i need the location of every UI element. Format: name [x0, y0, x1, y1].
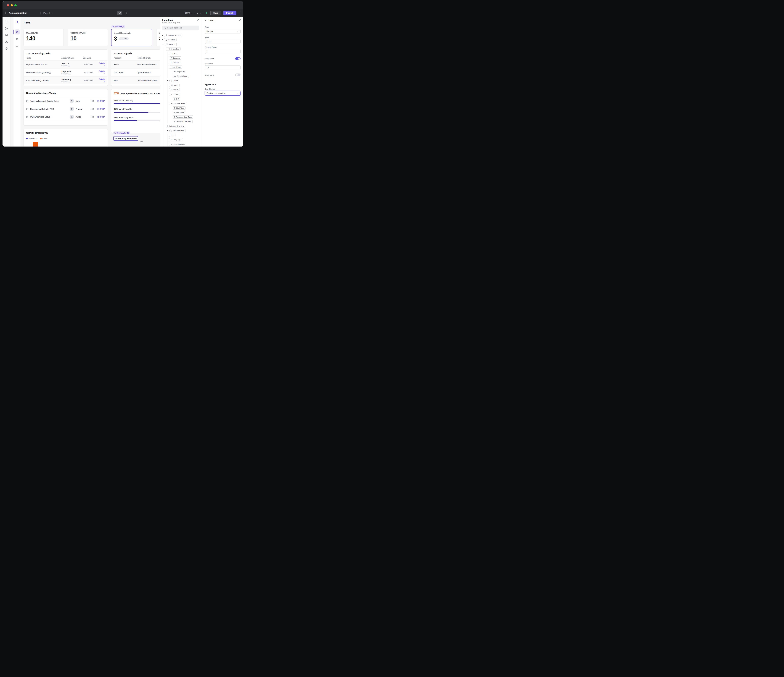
- threshold-input[interactable]: [207, 67, 239, 69]
- health-score-card[interactable]: 67% Average Health Score of Your Accou 9…: [111, 89, 160, 133]
- overflow-ellipsis[interactable]: ...: [140, 140, 143, 143]
- data-pill[interactable]: TColumns: [169, 56, 181, 59]
- data-pill[interactable]: {…}Filters: [166, 79, 179, 82]
- data-pill[interactable]: TSearch: [169, 88, 180, 92]
- stat-value: 3: [114, 36, 117, 42]
- tree-caret-icon[interactable]: [167, 81, 168, 81]
- chevron-down-icon: [191, 12, 193, 14]
- close-window-button[interactable]: [7, 4, 9, 6]
- tree-caret-icon[interactable]: [171, 103, 172, 104]
- data-pill[interactable]: {…}Filter: [169, 84, 179, 87]
- trend-color-toggle[interactable]: [235, 57, 241, 60]
- sidebar-item-accounts[interactable]: [14, 36, 21, 42]
- tree-caret-icon[interactable]: [162, 35, 163, 36]
- data-pill[interactable]: TIdentifier: [169, 61, 181, 64]
- data-pill[interactable]: Location: [164, 38, 177, 41]
- tree-caret-icon[interactable]: [162, 44, 163, 45]
- invert-trend-toggle[interactable]: [235, 73, 241, 76]
- users-icon[interactable]: [5, 40, 8, 43]
- mobile-view-button[interactable]: [124, 11, 129, 15]
- redo-button[interactable]: [200, 12, 203, 14]
- data-pill[interactable]: {…}Properties: [169, 143, 186, 146]
- data-pill[interactable]: {…}0: [173, 97, 180, 101]
- tree-caret-icon[interactable]: [171, 67, 172, 68]
- stat-card-upcoming-qbrs[interactable]: Upcoming QBRs 10: [68, 29, 108, 46]
- open-meeting-link[interactable]: Open: [97, 116, 105, 118]
- collapse-panel-icon[interactable]: [197, 19, 199, 21]
- meetings-card[interactable]: Upcoming Meetings Today Team call on nex…: [23, 89, 108, 126]
- data-pill[interactable]: TEnd Time: [173, 111, 185, 114]
- data-pill[interactable]: {…}Content: [166, 47, 180, 50]
- stat-card-partial[interactable]: O 3: [156, 29, 160, 46]
- artboard-icon[interactable]: [5, 20, 8, 23]
- search-input[interactable]: [167, 27, 198, 29]
- chevron-left-icon[interactable]: [204, 19, 207, 22]
- sidebar-item-home[interactable]: [14, 29, 21, 35]
- publish-button[interactable]: Publish: [223, 11, 236, 16]
- tree-caret-icon[interactable]: [162, 39, 163, 40]
- undo-button[interactable]: [195, 12, 198, 14]
- bar-label: 43%How They React: [114, 116, 160, 119]
- sign-display-select[interactable]: Positive and Negative: [205, 91, 241, 96]
- data-pill[interactable]: [ ]Sort: [169, 93, 180, 96]
- component-tree-icon[interactable]: [5, 27, 8, 30]
- data-pill[interactable]: Table_1: [165, 43, 177, 46]
- data-pill[interactable]: {…}Time Filter: [169, 102, 186, 105]
- pill-label: 0: [178, 98, 179, 100]
- data-pill[interactable]: ±1Current Page: [173, 75, 189, 78]
- legend-item: Churn: [40, 138, 47, 140]
- threshold-field[interactable]: [205, 65, 241, 70]
- tree-caret-icon[interactable]: [171, 144, 172, 145]
- decimal-places-input[interactable]: [207, 50, 239, 53]
- back-arrow-icon[interactable]: [5, 11, 8, 15]
- sidebar-item-tasks[interactable]: [14, 43, 21, 49]
- gear-icon[interactable]: [5, 47, 8, 50]
- tree-caret-icon[interactable]: [171, 94, 172, 95]
- tree-item-start-time: TStart Time: [173, 106, 201, 110]
- component-grid-icon: [113, 26, 114, 28]
- design-canvas[interactable]: Home My Accounts 140 Upcoming QBRs 10 St…: [11, 17, 160, 146]
- zoom-selector[interactable]: 100%: [185, 12, 193, 14]
- data-pill[interactable]: TStart Time: [173, 106, 186, 110]
- data-pill[interactable]: TPrevious Start Time: [173, 115, 193, 119]
- data-pill[interactable]: TEntity Type: [169, 138, 183, 141]
- account-signals-card[interactable]: Account Signals Account Related Signals …: [111, 50, 160, 86]
- typography-selection[interactable]: Typography_11 Upcoming Renewal ...: [114, 135, 138, 141]
- page-selector[interactable]: Page 1: [44, 12, 53, 14]
- tree-caret-icon[interactable]: [167, 48, 168, 50]
- data-pill[interactable]: TPrevious End Time: [173, 120, 193, 123]
- minimize-window-button[interactable]: [11, 4, 13, 6]
- database-icon[interactable]: [5, 34, 8, 37]
- save-button[interactable]: Save: [210, 11, 221, 16]
- open-meeting-link[interactable]: Open: [97, 100, 105, 102]
- decimal-places-field[interactable]: [205, 49, 241, 54]
- value-field[interactable]: [205, 39, 241, 44]
- more-options-button[interactable]: [239, 12, 241, 14]
- pill-label: Location: [168, 39, 175, 41]
- details-link[interactable]: Details >: [98, 78, 105, 82]
- data-pill[interactable]: {…}Selected Row: [166, 129, 185, 132]
- value-input[interactable]: [207, 40, 239, 42]
- input-data-search[interactable]: [162, 26, 199, 30]
- data-pill[interactable]: TData: [169, 52, 178, 55]
- typography-element[interactable]: Upcoming Renewal: [114, 136, 138, 141]
- collapse-panel-icon[interactable]: [238, 19, 241, 22]
- maximize-window-button[interactable]: [14, 4, 17, 6]
- growth-breakdown-card[interactable]: Growth Breakdown ExpansionChurn: [23, 129, 108, 146]
- open-meeting-link[interactable]: Open: [97, 108, 105, 110]
- preview-play-button[interactable]: [205, 12, 208, 14]
- type-select[interactable]: Percent: [205, 29, 241, 34]
- data-pill[interactable]: TId: [169, 134, 176, 137]
- upcoming-tasks-card[interactable]: Your Upcoming Tasks Tasks Account Name D…: [23, 50, 108, 86]
- stat-value: 10: [70, 35, 76, 42]
- data-pill[interactable]: {…}Page: [169, 65, 182, 68]
- data-pill[interactable]: Logged in User: [164, 34, 182, 37]
- stat-card-my-accounts[interactable]: My Accounts 140: [23, 29, 64, 46]
- details-link[interactable]: Details >: [98, 62, 105, 67]
- data-pill[interactable]: ±1Page Size: [173, 70, 186, 73]
- data-pill[interactable]: TSelected Row Key: [166, 124, 185, 128]
- stat-card-upsell-opportunity[interactable]: StatCard_3 Upsell Opportunity 3 - 12.52%: [111, 29, 152, 46]
- desktop-view-button[interactable]: [117, 11, 122, 15]
- tree-caret-icon[interactable]: [167, 130, 168, 131]
- details-link[interactable]: Details >: [98, 70, 105, 75]
